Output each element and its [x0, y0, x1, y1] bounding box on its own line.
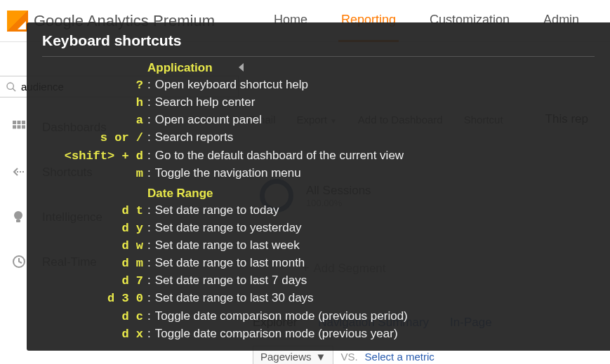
shortcut-desc: Search help center [155, 94, 256, 111]
shortcut-row: <shift> + d : Go to the default dashboar… [42, 147, 595, 165]
svg-rect-6 [18, 126, 21, 129]
caret-down-icon: ▼ [316, 351, 326, 363]
shortcut-keys: d x [42, 326, 147, 343]
svg-rect-5 [13, 126, 16, 129]
vs-label: VS. [340, 351, 357, 363]
shortcut-desc: Set date range to last 7 days [155, 272, 307, 289]
shortcut-desc: Toggle the navigation menu [155, 165, 301, 182]
shortcut-keys: a [42, 112, 147, 129]
shortcut-desc: Toggle date comparison mode (previous ye… [155, 325, 398, 342]
shortcut-keys: d w [42, 238, 147, 255]
shortcut-keys: d t [42, 203, 147, 220]
shortcut-keys: s or / [42, 130, 147, 147]
shortcut-desc: Set date range to last week [155, 237, 300, 254]
keyboard-shortcuts-modal: Keyboard shortcuts Application? : Open k… [27, 22, 610, 351]
shortcut-keys: d 3 0 [42, 290, 147, 307]
shortcut-keys: d c [42, 309, 147, 325]
shortcut-row: s or / : Search reports [42, 129, 595, 147]
shortcut-row: d 7 : Set date range to last 7 days [42, 272, 595, 290]
shortcut-keys: d m [42, 255, 147, 272]
grid-icon [13, 121, 27, 135]
svg-rect-2 [13, 121, 16, 124]
ga-logo-icon [7, 11, 28, 32]
shortcut-row: d t : Set date range to today [42, 202, 595, 220]
shortcut-list: d t : Set date range to todayd y : Set d… [42, 202, 595, 343]
shortcut-sections: Application? : Open keyboard shortcut he… [42, 61, 595, 343]
shortcut-desc: Search reports [155, 129, 234, 146]
svg-rect-4 [22, 121, 25, 124]
svg-line-1 [13, 88, 15, 91]
select-metric-link[interactable]: Select a metric [365, 351, 435, 363]
shortcut-desc: Toggle date comparison mode (previous pe… [155, 308, 408, 325]
shortcut-row: a : Open account panel [42, 112, 595, 129]
shortcut-section-heading: Application [147, 61, 595, 75]
bulb-icon [13, 210, 27, 224]
shortcut-row: ? : Open keyboard shortcut help [42, 76, 595, 94]
shortcut-row: d w : Set date range to last week [42, 237, 595, 255]
shortcut-row: d 3 0 : Set date range to last 30 days [42, 290, 595, 307]
svg-rect-7 [22, 126, 25, 129]
back-arrow-icon [13, 166, 27, 180]
search-icon [6, 81, 17, 93]
svg-rect-3 [18, 121, 21, 124]
shortcut-desc: Set date range to last month [155, 255, 305, 271]
shortcut-desc: Set date range to yesterday [155, 220, 302, 236]
shortcut-desc: Open keyboard shortcut help [155, 76, 308, 93]
shortcut-section-heading: Date Range [147, 187, 595, 201]
svg-point-9 [14, 211, 22, 220]
shortcut-keys: d 7 [42, 273, 147, 290]
svg-point-0 [7, 83, 13, 89]
shortcut-desc: Set date range to today [155, 202, 279, 219]
modal-title: Keyboard shortcuts [42, 32, 595, 57]
shortcut-row: d y : Set date range to yesterday [42, 220, 595, 237]
shortcut-desc: Open account panel [155, 112, 262, 128]
shortcut-keys: m [42, 166, 147, 182]
shortcut-keys: <shift> + d [42, 148, 147, 165]
shortcut-desc: Go to the default dashboard of the curre… [155, 147, 404, 164]
shortcut-row: h : Search help center [42, 94, 595, 112]
clock-icon [13, 255, 27, 269]
shortcut-row: m : Toggle the navigation menu [42, 165, 595, 182]
shortcut-row: d m : Set date range to last month [42, 255, 595, 272]
svg-rect-10 [16, 220, 20, 222]
collapse-caret-icon[interactable] [239, 63, 244, 72]
shortcut-keys: h [42, 95, 147, 112]
shortcut-keys: ? [42, 77, 147, 94]
shortcut-row: d x : Toggle date comparison mode (previ… [42, 325, 595, 343]
shortcut-keys: d y [42, 220, 147, 237]
shortcut-list: ? : Open keyboard shortcut helph : Searc… [42, 76, 595, 182]
shortcut-row: d c : Toggle date comparison mode (previ… [42, 308, 595, 325]
shortcut-desc: Set date range to last 30 days [155, 290, 314, 306]
